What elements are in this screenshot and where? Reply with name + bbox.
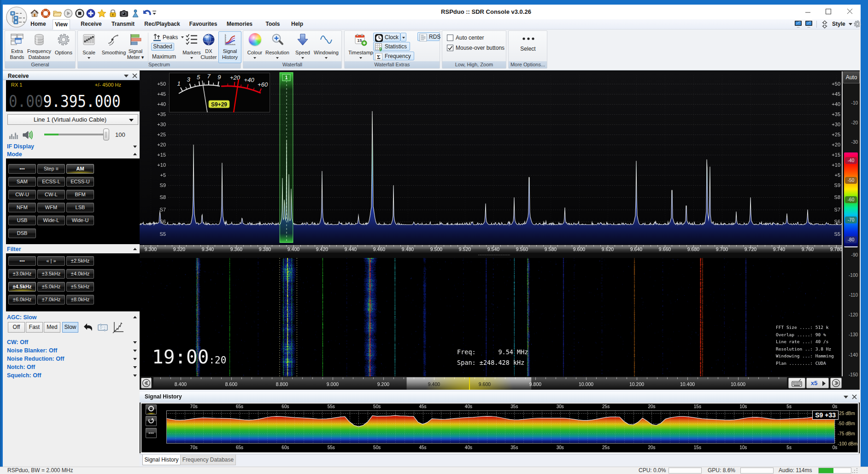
mode-button-ecss-u[interactable]: ECSS-U [66, 177, 94, 187]
tab-receive[interactable]: Receive [76, 19, 106, 29]
expand-icon[interactable] [133, 375, 137, 377]
stop-icon[interactable] [75, 9, 84, 18]
maximize-button[interactable] [821, 5, 835, 18]
repeat-box-icon[interactable] [97, 323, 108, 332]
camera-icon[interactable] [119, 9, 129, 18]
filter-button-[interactable]: « | » [37, 256, 65, 266]
agc-button-fast[interactable]: Fast [26, 322, 43, 333]
auto-center-checkbox[interactable] [447, 35, 453, 41]
tab-view[interactable]: View [53, 19, 70, 29]
mode-button-lsb[interactable]: LSB [66, 203, 94, 212]
history-more-ellipsis-button[interactable] [146, 428, 157, 438]
home-icon[interactable] [30, 9, 39, 18]
scroll-left-button[interactable] [141, 378, 152, 388]
colorbar-auto-button[interactable]: Auto [843, 71, 860, 83]
expand-icon[interactable] [133, 341, 137, 344]
help-lifering-icon[interactable] [41, 9, 50, 18]
history-record-circle-button[interactable] [146, 404, 157, 415]
tab-memories[interactable]: Memories [226, 19, 253, 29]
expand-icon[interactable] [133, 358, 137, 360]
volume-slider-track[interactable] [59, 134, 103, 135]
sh-collapse-icon[interactable] [844, 396, 849, 399]
section-header-if-display[interactable]: IF Display [3, 143, 140, 151]
ribbon-button-resolution[interactable] [266, 32, 288, 67]
minimize-button[interactable] [801, 5, 815, 18]
mouse-over-checkbox[interactable] [447, 45, 453, 51]
keyboard-entry-button[interactable] [788, 378, 805, 388]
ribbon-button-speed[interactable] [292, 32, 314, 67]
mode-button-ecss-l[interactable]: ECSS-L [37, 177, 65, 187]
open-folder-icon[interactable] [53, 9, 62, 18]
style-spin-icon[interactable] [821, 20, 828, 29]
zoom-factor-button[interactable]: x5 [806, 378, 829, 388]
mode-button-usb[interactable]: USB [8, 216, 36, 225]
frequency-scrollbar[interactable]: x5 [140, 376, 860, 390]
section-header-noise-blanker[interactable]: Noise Blanker: Off [3, 347, 140, 355]
ribbon-button-colour[interactable] [244, 32, 266, 67]
close-button[interactable] [843, 5, 857, 18]
style-menu-label[interactable]: Style [832, 21, 845, 27]
filter-button-4.0khz[interactable]: ±4.0kHz [66, 269, 94, 279]
undo-icon[interactable] [142, 9, 151, 18]
section-header-notch[interactable]: Notch: Off [3, 363, 140, 371]
expand-icon[interactable] [133, 146, 137, 148]
audio-device-select[interactable]: Line 1 (Virtual Audio Cable) [7, 114, 138, 125]
section-header-squelch[interactable]: Squelch: Off [3, 372, 140, 380]
bottom-tab-signal-history[interactable]: Signal History [142, 455, 181, 465]
mode-button-nfm[interactable]: NFM [8, 203, 36, 212]
ribbon-button-clock[interactable]: Clock [373, 33, 400, 41]
agc-button-med[interactable]: Med [44, 322, 60, 333]
undo-arrow-icon[interactable] [82, 322, 94, 333]
tab-home[interactable]: Home [28, 19, 49, 29]
collapse-icon[interactable] [133, 153, 137, 155]
expand-icon[interactable] [133, 350, 137, 352]
section-header-mode[interactable]: Mode [3, 151, 140, 158]
favourite-star-icon[interactable] [97, 9, 106, 18]
collapse-icon[interactable] [124, 75, 129, 78]
section-header-agc[interactable]: AGC: Slow [3, 314, 140, 322]
mode-button-wide-l[interactable]: Wide-L [37, 216, 65, 225]
ribbon-button-signal-history[interactable] [219, 32, 241, 67]
mode-button-dsb[interactable]: DSB [8, 228, 36, 238]
filter-button-[interactable]: ••• [8, 256, 36, 266]
mode-button-cw-l[interactable]: CW-L [37, 190, 65, 199]
frequency-display[interactable]: RX 1 +/- 4500 Hz 0.009.395.000 [6, 80, 140, 111]
play-icon[interactable] [64, 9, 73, 18]
ribbon-button-options[interactable] [53, 32, 75, 67]
ribbon-button-windowing[interactable] [315, 32, 337, 67]
tab-help[interactable]: Help [287, 19, 308, 29]
ribbon-button-clock-dropdown[interactable] [400, 33, 406, 41]
filter-button-3.5khz[interactable]: ±3.5kHz [37, 269, 65, 279]
section-header-filter[interactable]: Filter [3, 246, 140, 253]
mode-button-wide-u[interactable]: Wide-U [66, 216, 94, 225]
ribbon-button-timestamp[interactable] [350, 32, 372, 67]
tab-tools[interactable]: Tools [262, 19, 284, 29]
ribbon-button-frequency[interactable]: ΣFrequency [373, 52, 414, 60]
ribbon-button-signal-meter[interactable] [124, 32, 147, 67]
sh-close-icon[interactable] [852, 394, 857, 399]
panel-close-icon[interactable] [132, 73, 137, 78]
agc-button-slow[interactable]: Slow [62, 322, 78, 333]
toolbar-options-icon[interactable] [152, 10, 157, 16]
filter-button-8.0khz[interactable]: ±8.0kHz [66, 295, 94, 304]
tab-favourites[interactable]: Favourites [188, 19, 218, 29]
chart-axes-icon[interactable] [112, 322, 124, 334]
ribbon-button-select[interactable]: Select [512, 46, 544, 52]
mode-button-[interactable]: ••• [8, 164, 36, 174]
ribbon-button-frequency-database[interactable] [28, 32, 50, 67]
tab-rec-playback[interactable]: Rec/Playback [143, 19, 182, 29]
ribbon-button-statistics[interactable]: 9Statistics [373, 42, 410, 51]
lock-icon[interactable] [108, 9, 117, 18]
filter-button-5.0khz[interactable]: ±5.0kHz [37, 282, 65, 292]
mode-button-step[interactable]: Step ≡ [37, 164, 65, 174]
tab-transmit[interactable]: Transmit [109, 19, 137, 29]
expand-icon[interactable] [133, 366, 137, 369]
filter-button-2.5khz[interactable]: ±2.5kHz [66, 256, 94, 266]
spectrum-waterfall-splitter[interactable] [140, 253, 842, 258]
collapse-icon[interactable] [133, 248, 137, 250]
scroll-right-button[interactable] [830, 378, 842, 388]
mode-button-sam[interactable]: SAM [8, 177, 36, 187]
frequency-digits[interactable]: 0.009.395.000 [9, 92, 121, 111]
filter-button-3.0khz[interactable]: ±3.0kHz [8, 269, 36, 279]
mode-button-wfm[interactable]: WFM [37, 203, 65, 212]
